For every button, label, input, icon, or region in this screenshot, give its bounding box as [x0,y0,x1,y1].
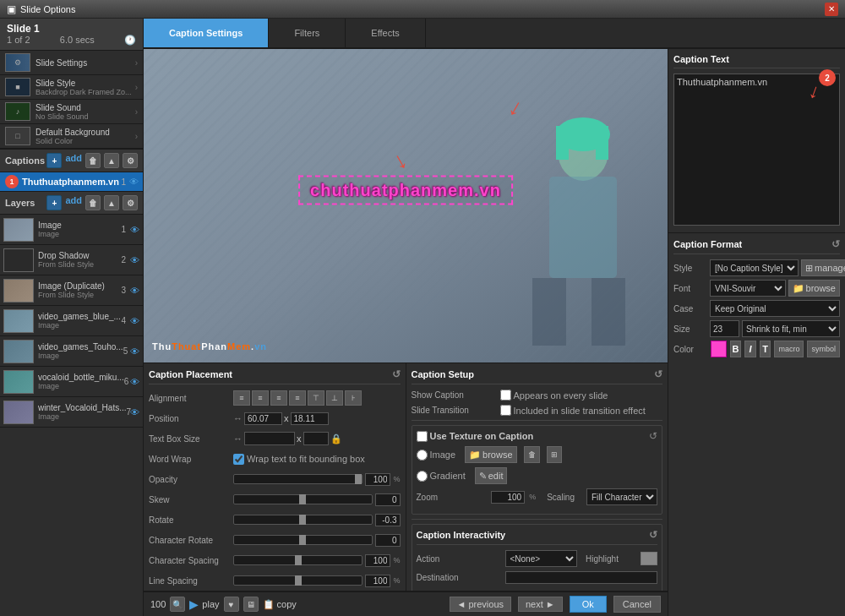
delete-layer-button[interactable]: 🗑 [85,195,101,210]
destination-input[interactable] [505,571,658,584]
add-layer-button[interactable]: + [46,195,62,210]
layer-item[interactable]: Drop Shadow From Slide Style 2 👁 [0,245,143,275]
layer-eye-icon[interactable]: 👁 [130,286,139,296]
tab-effects[interactable]: Effects [346,19,425,47]
align-bottom-button[interactable]: ⊦ [345,390,362,406]
macro-button[interactable]: macro [774,341,804,357]
texture-gradient-radio[interactable] [417,471,428,482]
char-rotate-value-input[interactable] [375,534,401,547]
layer-item[interactable]: Image Image 1 👁 [0,215,143,245]
size-select[interactable]: Shrink to fit, min [742,320,840,337]
settings-caption-button[interactable]: ⚙ [123,153,138,168]
line-spacing-slider[interactable] [233,575,363,586]
layer-item[interactable]: video_games_blue_... Image 4 👁 [0,306,143,336]
texture-checkbox[interactable] [417,431,428,442]
browse-font-button[interactable]: 📁 browse [788,280,840,297]
interactivity-refresh-icon[interactable]: ↺ [649,529,657,541]
add-layer-label[interactable]: add [65,195,82,210]
layer-eye-icon[interactable]: 👁 [130,377,139,387]
char-spacing-slider[interactable] [233,555,363,565]
move-up-caption-button[interactable]: ▲ [104,153,119,168]
delete-caption-button[interactable]: 🗑 [85,153,101,168]
play-button[interactable]: ▶ [189,597,199,611]
heart-button[interactable]: ♥ [224,597,239,612]
align-top-button[interactable]: ⊤ [308,390,324,406]
case-select[interactable]: Keep Original [710,300,840,317]
align-justify-button[interactable]: ≡ [289,390,306,406]
texture-scaling-select[interactable]: Fill Character [586,488,657,505]
texture-edit-button[interactable]: ✎ edit [475,467,508,484]
layer-item[interactable]: Image (Duplicate) From Slide Style 3 👁 [0,275,143,306]
cancel-button[interactable]: Cancel [613,596,661,613]
ok-button[interactable]: Ok [570,596,607,613]
symbol-button[interactable]: symbol [807,341,840,357]
position-y-input[interactable] [291,412,329,425]
caption-eye-icon[interactable]: 👁 [129,177,139,187]
layer-eye-icon[interactable]: 👁 [130,255,139,265]
tab-filters[interactable]: Filters [269,19,346,47]
align-left-button[interactable]: ≡ [233,390,250,406]
format-refresh-icon[interactable]: ↺ [831,238,840,250]
line-spacing-value-input[interactable] [365,575,390,587]
wordwrap-checkbox[interactable] [233,454,244,465]
skew-value-input[interactable] [375,493,401,506]
rotate-slider[interactable] [233,515,373,525]
bold-button[interactable]: B [730,341,742,357]
layer-eye-icon[interactable]: 👁 [130,316,139,326]
slide-sound-item[interactable]: ♪ Slide Sound No Slide Sound › [0,100,143,124]
texture-delete-button[interactable]: 🗑 [524,446,540,463]
next-button[interactable]: next ► [518,597,563,612]
show-caption-checkbox[interactable] [500,390,511,401]
layer-eye-icon[interactable]: 👁 [130,346,139,357]
placement-refresh-icon[interactable]: ↺ [392,368,401,380]
slide-style-item[interactable]: ■ Slide Style Backdrop Dark Framed Zo...… [0,75,143,100]
move-up-layer-button[interactable]: ▲ [104,195,119,210]
size-input[interactable] [710,320,739,337]
add-caption-label[interactable]: add [65,153,82,168]
opacity-slider[interactable] [233,474,363,484]
textbox-w-slider[interactable] [244,432,295,445]
manage-button[interactable]: ⊞ manage [801,259,845,276]
char-rotate-slider[interactable] [233,535,373,545]
layer-item[interactable]: winter_Vocaloid_Hats... Image 7 👁 [0,397,143,428]
align-center-button[interactable]: ≡ [252,390,269,406]
action-select[interactable]: <None> [505,550,578,567]
tab-caption-settings[interactable]: Caption Settings [144,19,269,47]
previous-button[interactable]: ◄ previous [450,597,511,612]
default-bg-item[interactable]: □ Default Background Solid Color › [0,124,143,149]
text-icon-button[interactable]: T [760,341,771,357]
textbox-h-slider[interactable] [303,432,329,445]
style-select[interactable]: [No Caption Style] [710,259,799,276]
font-select[interactable]: VNI-Souvir [710,280,786,297]
rotate-value-input[interactable] [375,514,401,526]
texture-browse-button[interactable]: 📁 browse [465,446,516,463]
monitor-button[interactable]: 🖥 [243,597,259,612]
italic-button[interactable]: I [744,341,756,357]
texture-copy-button[interactable]: ⊞ [547,446,562,463]
layer-item[interactable]: video_games_Touho... Image 5 👁 [0,336,143,367]
setup-refresh-icon[interactable]: ↺ [654,368,662,380]
texture-image-radio[interactable] [417,450,428,461]
align-middle-button[interactable]: ⊥ [326,390,343,406]
close-button[interactable]: ✕ [825,3,838,16]
opacity-value-input[interactable] [365,473,390,486]
highlight-color-swatch[interactable] [641,552,657,565]
layer-eye-icon[interactable]: 👁 [130,407,139,417]
texture-zoom-input[interactable] [491,491,525,504]
copy-button[interactable]: 📋 copy [263,599,297,610]
position-x-input[interactable] [244,412,282,425]
layer-eye-icon[interactable]: 👁 [130,225,139,235]
caption-item[interactable]: 1 Thuthuatphanmem.vn 1 👁 [0,172,143,192]
layer-item[interactable]: vocaloid_bottle_miku... Image 6 👁 [0,367,143,397]
slide-transition-checkbox[interactable] [500,405,511,416]
texture-refresh-icon[interactable]: ↺ [649,430,657,442]
skew-slider[interactable] [233,494,373,504]
align-right-button[interactable]: ≡ [270,390,287,406]
char-spacing-value-input[interactable] [365,554,390,567]
settings-layer-button[interactable]: ⚙ [123,195,138,210]
add-caption-button[interactable]: + [46,153,62,168]
color-swatch[interactable] [711,341,727,357]
slide-settings-item[interactable]: ⚙ Slide Settings › [0,51,143,75]
preview-caption-box[interactable]: chuthuatphanmem.vn [298,175,513,204]
zoom-search-button[interactable]: 🔍 [170,597,185,612]
